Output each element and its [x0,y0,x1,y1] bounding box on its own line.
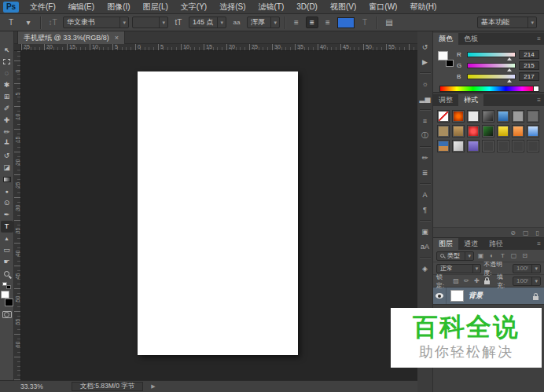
rectangle-tool[interactable]: ▭ [1,244,13,256]
gradient-tool[interactable] [1,174,13,185]
blue-slider[interactable] [467,74,516,79]
style-swatch[interactable] [452,110,465,123]
toggle-panels-icon[interactable]: ▤ [382,16,396,29]
history-panel-icon[interactable]: ↺ [418,41,432,53]
close-icon[interactable]: × [115,34,119,42]
tab-layers[interactable]: 图层 [433,238,458,250]
align-left-icon[interactable]: ≡ [290,16,303,28]
chevron-down-icon[interactable]: ▾ [217,17,226,27]
font-family-select[interactable]: 华文隶书 ▾ [63,16,129,28]
red-slider[interactable] [467,52,516,57]
tab-channels[interactable]: 通道 [458,238,483,250]
filter-smart-objects-icon[interactable]: ⊡ [520,252,529,259]
3d-panel-icon[interactable]: ◈ [418,262,432,274]
anti-alias-select[interactable]: 浑厚 ▾ [247,16,280,28]
menu-image[interactable]: 图像(I) [101,0,136,14]
slider-thumb[interactable] [507,68,512,71]
style-swatch[interactable] [527,110,539,123]
crop-tool[interactable]: ⊞ [1,91,13,103]
layer-row-background[interactable]: 背景 [433,288,544,305]
warp-text-icon[interactable]: T [358,16,372,29]
font-style-select[interactable]: ▾ [132,16,168,28]
tab-adjustments[interactable]: 调整 [433,94,458,106]
character-panel-icon[interactable]: A [418,189,432,200]
style-swatch-empty[interactable] [512,140,524,152]
style-swatch[interactable] [482,110,494,123]
filter-adjustment-layers-icon[interactable]: ◐ [487,252,496,259]
character-styles-panel-icon[interactable]: aA [418,240,432,252]
healing-brush-tool[interactable]: ✚ [1,115,13,126]
tool-preset-icon[interactable]: T [4,16,18,29]
visibility-toggle[interactable] [433,288,447,304]
chevron-down-icon[interactable]: ▾ [465,252,473,260]
filter-type-layers-icon[interactable]: T [498,252,507,259]
document-canvas[interactable] [138,71,298,355]
move-tool[interactable]: ➔ [1,44,13,56]
slider-thumb[interactable] [507,79,512,82]
panel-menu-icon[interactable]: ≡ [537,94,544,106]
zoom-tool[interactable] [1,268,13,280]
info-panel-icon[interactable]: ⓘ [418,130,432,141]
layer-name[interactable]: 背景 [469,291,533,301]
new-style-icon[interactable]: ▢ [523,229,529,236]
text-orientation-icon[interactable]: ↕T [46,16,60,29]
style-swatch[interactable] [437,140,450,152]
rectangular-marquee-tool[interactable] [1,56,13,68]
default-colors-icon[interactable] [2,282,11,289]
menu-file[interactable]: 文件(F) [24,0,62,14]
panel-menu-icon[interactable]: ≡ [537,33,544,45]
style-swatch[interactable] [497,110,509,123]
green-slider[interactable] [467,63,516,68]
foreground-background-swatches[interactable] [1,291,13,306]
canvas-workspace[interactable] [21,51,417,380]
path-selection-tool[interactable]: ▲ [1,233,13,244]
layer-thumbnail[interactable] [450,290,464,302]
lock-position-icon[interactable]: ✚ [473,277,481,284]
history-brush-tool[interactable]: ↺ [1,150,13,162]
lock-all-icon[interactable] [483,277,491,284]
zoom-level-field[interactable]: 33.33% [20,383,43,390]
delete-style-icon[interactable]: ▯ [536,229,539,236]
style-swatch[interactable] [527,125,539,137]
white-chip[interactable] [533,86,538,91]
style-swatch[interactable] [437,110,450,123]
style-swatch-empty[interactable] [482,140,494,152]
style-swatch-empty[interactable] [527,140,539,152]
lock-pixels-icon[interactable]: ✏ [462,277,470,284]
tab-styles[interactable]: 样式 [458,94,483,106]
layer-filter-select[interactable]: 类型 ▾ [436,251,474,261]
dodge-tool[interactable]: ⊙ [1,197,13,209]
red-value[interactable]: 214 [519,50,539,59]
properties-panel-icon[interactable]: ≡ [418,115,432,126]
tab-color[interactable]: 颜色 [433,33,458,45]
brush-panel-icon[interactable]: ✏ [418,152,432,163]
text-color-swatch[interactable] [337,17,355,28]
style-swatch[interactable] [467,110,480,123]
eyedropper-tool[interactable]: ✐ [1,103,13,115]
histogram-panel-icon[interactable]: ▂▅ [418,93,432,104]
foreground-color-swatch[interactable] [1,291,9,299]
style-swatch[interactable] [452,140,465,152]
color-spectrum-bar[interactable] [439,86,539,92]
chevron-down-icon[interactable]: ▾ [527,17,536,27]
align-right-icon[interactable]: ≡ [322,16,334,28]
slider-thumb[interactable] [507,57,512,60]
clone-stamp-tool[interactable]: ┻ [1,138,13,150]
style-swatch[interactable] [482,125,494,137]
tab-paths[interactable]: 路径 [483,238,509,250]
actions-panel-icon[interactable]: ▶ [418,56,432,68]
color-fg-bg-swatch[interactable] [438,51,454,67]
style-swatch[interactable] [512,125,524,137]
chevron-down-icon[interactable]: ▾ [531,277,540,285]
chevron-down-icon[interactable]: ▾ [531,265,540,273]
quick-selection-tool[interactable]: ✱ [1,79,13,91]
style-swatch[interactable] [512,110,524,123]
document-tab[interactable]: 手机壁纸 @ 33.3%(RGB/8) × [17,31,125,44]
align-center-icon[interactable]: ≡ [306,16,318,28]
style-swatch[interactable] [467,125,480,137]
menu-edit[interactable]: 编辑(E) [62,0,101,14]
quick-mask-icon[interactable] [2,311,12,318]
status-expand-icon[interactable]: ▶ [151,383,155,390]
menu-view[interactable]: 视图(V) [324,0,362,14]
clear-style-icon[interactable]: ⊘ [510,229,516,236]
